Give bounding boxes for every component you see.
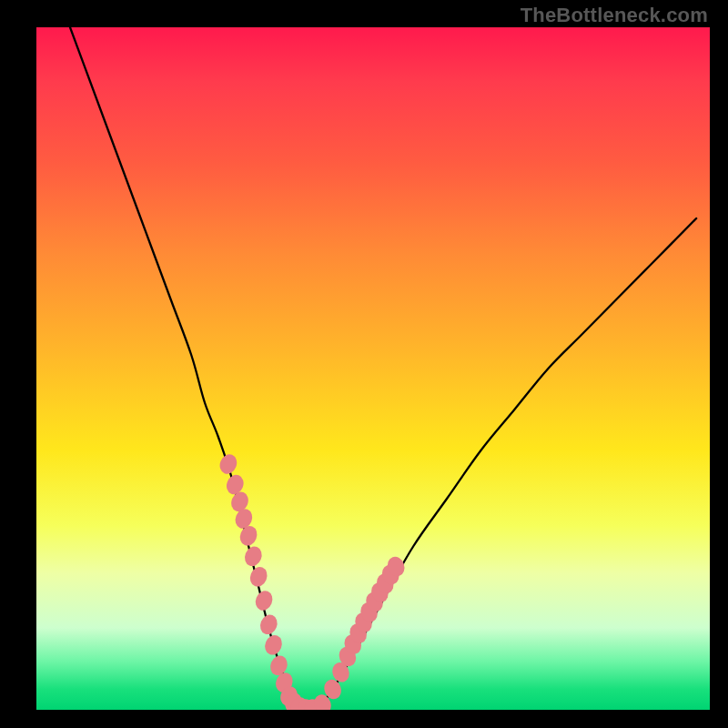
data-point (242, 544, 265, 569)
data-point (248, 564, 270, 589)
curve-svg (36, 27, 710, 710)
data-point (253, 588, 276, 612)
attribution-watermark: TheBottleneck.com (521, 4, 708, 27)
data-point-markers (217, 451, 407, 710)
chart-frame: TheBottleneck.com (0, 0, 728, 728)
data-point (262, 632, 285, 657)
data-point (258, 612, 280, 637)
data-point (217, 451, 239, 476)
plot-area (36, 27, 710, 710)
bottleneck-curve (70, 27, 696, 710)
